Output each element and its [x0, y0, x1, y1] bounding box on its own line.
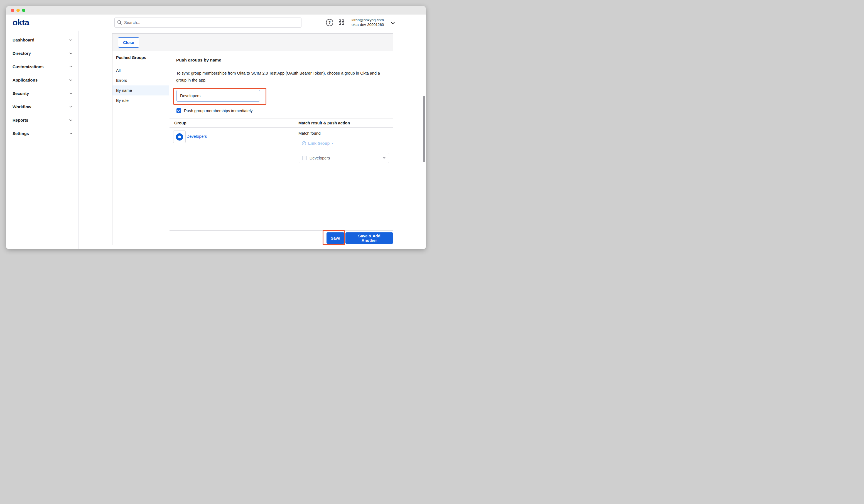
close-button[interactable]: Close — [118, 37, 139, 48]
minimize-window-button[interactable] — [16, 9, 20, 12]
linked-group-select[interactable]: Developers — [299, 153, 389, 163]
sidebar-item-label: Settings — [13, 131, 29, 136]
push-immediately-label: Push group memberships immediately — [184, 109, 253, 113]
check-icon — [177, 109, 180, 112]
linked-group-value: Developers — [310, 156, 380, 160]
push-immediately-checkbox[interactable] — [177, 108, 181, 113]
scrollbar-thumb[interactable] — [423, 96, 425, 162]
sidebar-item-applications[interactable]: Applications — [6, 73, 79, 86]
link-group-button[interactable]: Link Group — [302, 141, 334, 146]
sidebar-item-label: Reports — [13, 118, 28, 122]
help-button[interactable]: ? — [326, 19, 333, 26]
account-email: kiran@boxyhq.com — [351, 17, 384, 22]
search-input[interactable] — [115, 17, 301, 27]
subnav-item-by-name[interactable]: By name — [112, 85, 169, 95]
sidebar-item-settings[interactable]: Settings — [6, 127, 79, 140]
sidebar-item-reports[interactable]: Reports — [6, 113, 79, 127]
sidebar-item-label: Dashboard — [13, 38, 34, 42]
grid-square — [339, 20, 341, 22]
subnav-list: All Errors By name By rule — [112, 65, 169, 106]
app-window: okta ? kiran@boxyhq.com okta-dev-2090126… — [6, 6, 426, 249]
push-groups-content: Push groups by name To sync group member… — [169, 51, 393, 245]
group-avatar — [173, 131, 186, 143]
text-caret — [201, 93, 201, 98]
push-groups-title: Push groups by name — [176, 58, 221, 63]
panel-footer: Save Save & Add Another — [169, 230, 393, 245]
chevron-down-icon — [70, 38, 72, 41]
link-icon — [302, 141, 306, 146]
help-icon: ? — [328, 20, 331, 25]
chevron-down-icon — [70, 91, 72, 94]
group-placeholder-icon — [302, 156, 307, 160]
okta-logo: okta — [13, 18, 29, 27]
row-divider — [169, 165, 393, 165]
chevron-down-icon — [70, 105, 72, 107]
subnav-title: Pushed Groups — [116, 56, 146, 60]
search-icon — [117, 20, 122, 25]
sidebar-item-security[interactable]: Security — [6, 86, 79, 100]
sidebar-item-customizations[interactable]: Customizations — [6, 60, 79, 73]
main-area: Dashboard Directory Customizations Appli… — [6, 31, 426, 249]
push-immediately-row: Push group memberships immediately — [177, 108, 253, 113]
grid-square — [342, 20, 344, 22]
search-bar — [115, 17, 301, 27]
chevron-down-icon — [70, 78, 72, 81]
sidebar-item-workflow[interactable]: Workflow — [6, 100, 79, 113]
zoom-window-button[interactable] — [22, 9, 25, 12]
chevron-down-icon — [70, 131, 72, 134]
sidebar-item-label: Customizations — [13, 64, 44, 69]
push-groups-panel: Close Pushed Groups All Errors By name B… — [112, 33, 393, 245]
link-group-label: Link Group — [308, 141, 329, 146]
save-button[interactable]: Save — [326, 232, 344, 244]
account-org: okta-dev-20901260 — [351, 22, 384, 27]
subnav-item-errors[interactable]: Errors — [112, 75, 169, 85]
account-chevron-icon[interactable] — [391, 21, 395, 24]
grid-square — [339, 23, 341, 25]
column-match-result: Match result & push action — [298, 121, 350, 125]
sidebar-item-directory[interactable]: Directory — [6, 47, 79, 60]
subnav-item-all[interactable]: All — [112, 65, 169, 75]
sidebar-item-label: Security — [13, 91, 29, 96]
account-menu[interactable]: kiran@boxyhq.com okta-dev-20901260 — [351, 17, 384, 27]
save-add-another-button[interactable]: Save & Add Another — [346, 232, 393, 244]
column-group: Group — [174, 121, 187, 125]
pushed-groups-subnav: Pushed Groups All Errors By name By rule — [112, 51, 169, 245]
panel-body: Pushed Groups All Errors By name By rule… — [112, 51, 393, 245]
subnav-item-by-rule[interactable]: By rule — [112, 95, 169, 106]
sidebar-item-dashboard[interactable]: Dashboard — [6, 33, 79, 47]
group-name-input[interactable]: Developers — [177, 90, 260, 101]
grid-square — [342, 23, 344, 25]
push-groups-description: To sync group memberships from Okta to S… — [176, 70, 382, 84]
close-window-button[interactable] — [11, 9, 14, 12]
group-link[interactable]: Developers — [187, 134, 207, 139]
match-status: Match found — [298, 131, 321, 135]
apps-grid-icon[interactable] — [339, 20, 345, 25]
panel-header: Close — [112, 34, 393, 51]
window-titlebar — [6, 6, 426, 14]
group-input-value: Developers — [180, 94, 201, 98]
sidebar-item-label: Directory — [13, 51, 31, 56]
chevron-down-icon — [70, 118, 72, 121]
chevron-down-icon — [70, 51, 72, 54]
caret-down-icon — [332, 143, 334, 144]
table-header: Group Match result & push action — [169, 119, 393, 128]
chevron-down-icon — [70, 64, 72, 67]
sidebar-item-label: Workflow — [13, 104, 31, 109]
caret-down-icon — [383, 157, 385, 159]
okta-group-icon — [176, 133, 183, 141]
app-header: okta ? kiran@boxyhq.com okta-dev-2090126… — [6, 14, 426, 30]
sidebar: Dashboard Directory Customizations Appli… — [6, 31, 79, 249]
sidebar-item-label: Applications — [13, 77, 38, 82]
